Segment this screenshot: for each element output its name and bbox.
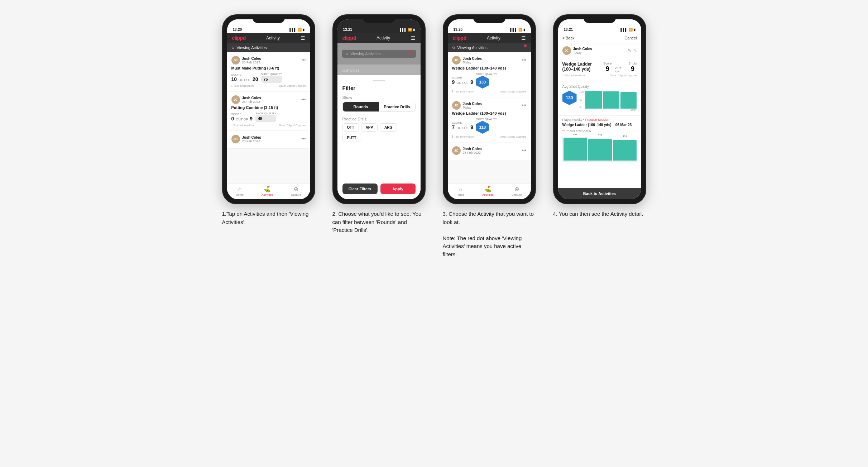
avatar-3: JC [231,135,240,143]
activity-card-1[interactable]: JC Josh Coles 28 Feb 2023 ••• Must Make … [227,52,310,91]
apply-btn[interactable]: Apply [380,184,416,194]
mini-bar-1: 132 [564,138,587,161]
edit-icon[interactable]: ✎ [628,48,631,53]
drill-arg[interactable]: ARG [380,123,397,132]
phone-4-column: 13:21 ▌▌▌ 🛜 ▮ < Back Cancel JC [550,14,650,218]
battery-icon-4: ▮ [634,28,636,32]
drill-putt[interactable]: PUTT [342,134,361,142]
card-footer-2: ℹ Test Information Data: Clippd Capture [231,124,306,127]
phone-4-inner: 13:21 ▌▌▌ 🛜 ▮ < Back Cancel JC [558,19,641,199]
p3-avatar-3: JC [452,146,461,155]
nav-capture-1[interactable]: ⊕ Capture [291,186,301,196]
out-of-2: OUT OF [236,118,248,121]
phone-1: 13:20 ▌▌▌ 🛜 ▮ clippd Activity ☰ ⚙ Vie [222,14,315,204]
p3-out-of-1: OUT OF [456,81,469,85]
p3-activities-icon: ⛳ [484,186,491,192]
status-icons-4: ▌▌▌ 🛜 ▮ [620,28,635,32]
phone-3-column: 13:20 ▌▌▌ 🛜 ▮ clippd Activity ☰ ⚙ Vie [439,14,539,258]
user-info-3: Josh Coles 28 Feb 2023 [242,135,261,143]
p3-nav-capture[interactable]: ⊕ Capture [512,186,522,196]
avatar-1: JC [231,56,240,65]
activity-title-1: Must Make Putting (3-6 ft) [231,66,306,70]
detail-score-section: Wedge Ladder (100–140 yds) Score 9 OUT O… [558,58,641,81]
signal-icon-2: ▌▌▌ [400,28,407,32]
shots-val-2: 9 [250,116,253,121]
score-shots-cols: Score 9 OUT OF Shots 9 [603,62,637,73]
drill-app[interactable]: APP [361,123,378,132]
p3-card-user-2: JC Josh Coles Today [452,101,482,110]
phone-2-column: 13:21 ▌▌▌ 🛜 ▮ clippd Activity ☰ ⚙ [329,14,429,234]
detail-info-data: Data: Clippd Capture [610,74,637,77]
p3-avatar-1: JC [452,56,461,65]
card-menu-3[interactable]: ••• [301,137,306,142]
clear-filters-btn[interactable]: Clear Filters [342,184,378,194]
viewing-banner-1[interactable]: ⚙ Viewing Activities [227,43,310,52]
card-header-3: JC Josh Coles 28 Feb 2023 ••• [231,135,306,143]
nav-menu-1[interactable]: ☰ [301,35,305,41]
p3-card-menu-3[interactable]: ••• [522,148,527,153]
caption-2: 2. Choose what you'd like to see. You ca… [332,210,426,234]
nav-bar-1: clippd Activity ☰ [227,33,310,43]
nav-home-1[interactable]: ⌂ Home [236,186,244,196]
banner-text-2: Viewing Activities [351,52,381,56]
p3-card-menu-1[interactable]: ••• [522,58,527,63]
nav-title-3: Activity [487,35,500,40]
y-axis: 100 50 0 [580,91,584,109]
practice-toggle-btn[interactable]: Practice Drills [379,102,415,111]
session-prefix: Player Activity • [562,118,585,121]
p3-nav-activities[interactable]: ⛳ Activities [482,186,494,196]
p3-user-date-3: 28 Feb 2023 [463,151,482,154]
p3-stat-score-1: Score 9 OUT OF 9 [452,76,473,85]
detail-chart-section: Avg Shot Quality 130 100 50 0 [558,81,641,116]
detail-user: JC Josh Coles Today [562,46,592,55]
x-axis-label-row: APP [580,109,637,112]
cancel-btn[interactable]: Cancel [624,36,637,40]
user-date-2: 28 Feb 2023 [242,100,261,104]
back-btn[interactable]: < Back [562,36,575,40]
avg-shot-row: ••• ••• Avg Shot Quality [558,128,641,134]
phone-notch-2 [363,15,395,23]
user-date-1: 28 Feb 2023 [242,61,261,64]
user-name-1: Josh Coles [242,57,261,61]
score-val-1: 10 [231,76,237,82]
nav-activities-1[interactable]: ⛳ Activities [262,186,273,196]
nav-logo-1: clippd [232,35,246,41]
p3-capture-icon: ⊕ [514,186,519,192]
shots-col-val: 9 [631,65,634,73]
p3-score-label-1: Score [452,76,473,79]
back-to-activities-btn[interactable]: Back to Activities [558,188,641,199]
stat-quality-2: Shot Quality 45 [255,112,277,122]
nav-menu-2[interactable]: ☰ [411,35,416,41]
nav-menu-3[interactable]: ☰ [521,35,526,41]
y-label-50: 50 [580,99,584,101]
detail-user-date: Today [573,51,592,54]
drill-ott[interactable]: OTT [342,123,359,132]
signal-icon-1: ▌▌▌ [289,28,296,32]
expand-icon[interactable]: ⤡ [633,48,637,53]
rounds-toggle-btn[interactable]: Rounds [343,102,379,111]
card-menu-2[interactable]: ••• [301,97,306,102]
wifi-icon-4: 🛜 [629,28,633,32]
p3-activity-card-1[interactable]: JC Josh Coles Today ••• Wedge Ladder (10… [448,52,531,97]
quality-label-1: Shot Quality [261,72,282,76]
p3-nav-home[interactable]: ⌂ Home [457,186,464,196]
p3-activity-card-2[interactable]: JC Josh Coles Today ••• Wedge Ladder (10… [448,97,531,142]
score-label-1: Score [231,73,258,76]
p3-activities-label: Activities [482,193,494,196]
p3-stats-row-1: Score 9 OUT OF 9 Shot Quality 130 [452,72,527,89]
p3-stat-quality-2: Shot Quality 118 [476,118,497,134]
battery-icon-2: ▮ [413,28,415,32]
wifi-icon-2: 🛜 [408,28,412,32]
activity-card-2[interactable]: JC Josh Coles 28 Feb 2023 ••• Putting Co… [227,92,310,131]
quality-badge-1: 75 [261,76,282,83]
p3-capture-label: Capture [512,193,522,196]
p3-score-val-2: 7 [452,124,455,130]
home-label-1: Home [236,193,244,196]
status-time-4: 13:21 [564,28,573,32]
viewing-banner-3[interactable]: ⚙ Viewing Activities [448,43,531,52]
card-menu-1[interactable]: ••• [301,58,306,63]
p3-card-menu-2[interactable]: ••• [522,103,527,108]
p3-stats-row-2: Score 7 OUT OF 9 Shot Quality 118 [452,118,527,134]
battery-icon-3: ▮ [523,28,525,32]
detail-header: < Back Cancel [558,33,641,43]
